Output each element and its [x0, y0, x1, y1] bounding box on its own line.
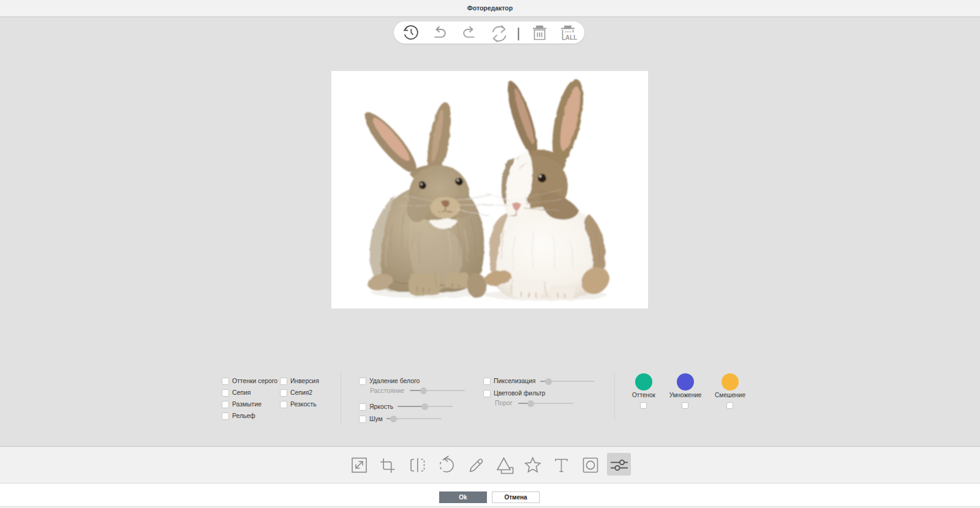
svg-text:ALL: ALL: [565, 34, 577, 41]
